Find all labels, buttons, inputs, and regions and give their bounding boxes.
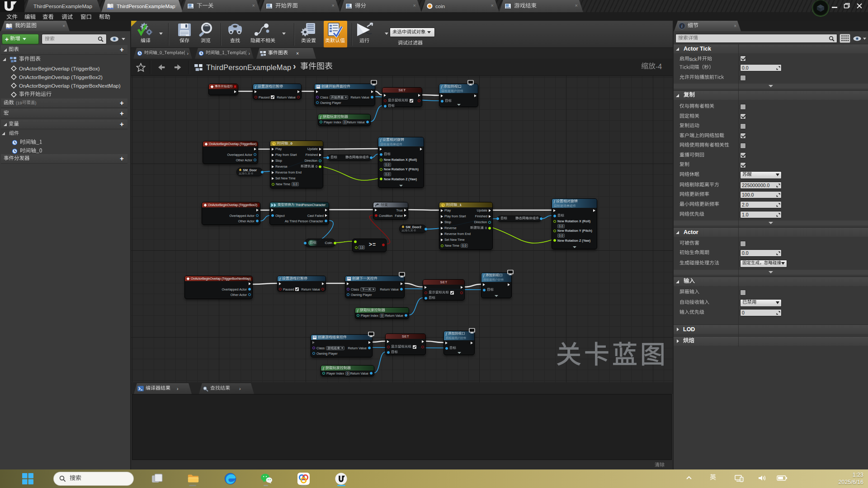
svg-text:i: i — [681, 23, 683, 28]
